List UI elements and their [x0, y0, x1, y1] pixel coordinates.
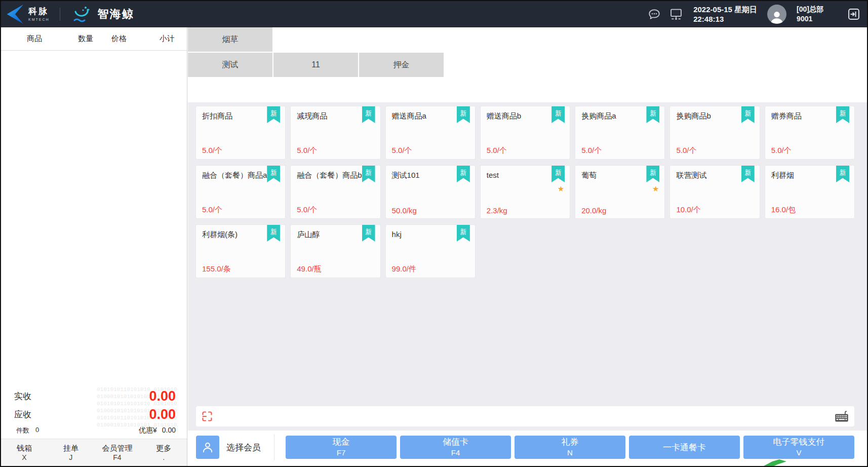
product-price: 49.0/瓶	[297, 264, 321, 274]
col-subtotal: 小计	[135, 34, 187, 44]
product-card[interactable]: 融合（套餐）商品b 新 ★ 5.0/个	[291, 166, 380, 218]
whale-logo: 智海鲸	[70, 5, 134, 23]
store-name: [00]总部	[797, 5, 823, 14]
due-value: 0.00	[149, 407, 176, 422]
logout-icon[interactable]	[847, 7, 861, 21]
tab-test[interactable]: 测试	[188, 53, 272, 77]
topbar: 科脉 KMTECH 智海鲸	[1, 1, 867, 27]
product-price: 5.0/个	[676, 146, 696, 155]
scan-bar	[196, 406, 854, 426]
product-card[interactable]: 葡萄 新 ★ 20.0/kg	[575, 166, 664, 218]
col-price: 价格	[103, 34, 135, 44]
cart-item-list[interactable]	[1, 51, 187, 385]
payment-divider	[274, 434, 274, 460]
whale-icon	[70, 5, 93, 23]
member-select-icon-button[interactable]	[196, 436, 219, 459]
cart-panel: 商品 数量 价格 小计 0101010110101010 0101010111 …	[1, 27, 187, 466]
product-price: 5.0/个	[202, 146, 222, 155]
barcode-scan-icon	[201, 410, 213, 422]
cart-totals: 0101010110101010 0101010111 010001010101…	[1, 385, 187, 439]
product-price: 5.0/个	[202, 205, 222, 215]
product-card[interactable]: 换购商品a 新 ★ 5.0/个	[575, 106, 664, 159]
avatar[interactable]	[767, 5, 786, 24]
store-info: [00]总部 9001	[797, 5, 823, 24]
col-product: 商品	[1, 34, 68, 44]
product-grid: 折扣商品 新 ★ 5.0/个 减现商品 新 ★ 5.0/个 赠送商品a 新 ★ …	[196, 106, 854, 402]
product-card[interactable]: 换购商品b 新 ★ 5.0/个	[670, 106, 759, 159]
product-price: 2.3/kg	[487, 206, 507, 215]
product-card[interactable]: 减现商品 新 ★ 5.0/个	[291, 106, 380, 159]
display-network-icon[interactable]	[669, 7, 683, 21]
product-card[interactable]: 折扣商品 新 ★ 5.0/个	[196, 106, 285, 159]
cash-payment-button[interactable]: 现金 F7	[286, 436, 397, 459]
product-price: 5.0/个	[487, 146, 507, 155]
product-card[interactable]: 融合（套餐）商品a 新 ★ 5.0/个	[196, 166, 285, 218]
category-tabs-row2: 测试 11 押金	[188, 53, 867, 77]
star-icon: ★	[558, 184, 564, 193]
paid-value: 0.00	[149, 388, 176, 404]
brand-kemai-sub: KMTECH	[28, 18, 50, 21]
product-price: 50.0/kg	[392, 206, 417, 215]
product-card[interactable]: 赠券商品 新 ★ 5.0/个	[765, 106, 854, 159]
e-wallet-payment-button[interactable]: 电子零钱支付 V	[743, 436, 854, 459]
kemai-logo-icon	[5, 5, 23, 24]
product-card[interactable]: 赠送商品a 新 ★ 5.0/个	[386, 106, 475, 159]
topbar-divider	[60, 8, 60, 21]
member-select-label[interactable]: 选择会员	[226, 442, 261, 453]
tab-tobacco[interactable]: 烟草	[188, 27, 272, 52]
stored-value-card-button[interactable]: 储值卡 F4	[400, 436, 511, 459]
col-quantity: 数量	[68, 34, 103, 44]
product-card[interactable]: 测试101 新 ★ 50.0/kg	[386, 166, 475, 218]
product-price: 10.0/个	[676, 205, 700, 215]
count-value: 0	[35, 426, 39, 435]
category-tabs-row1: 烟草	[188, 27, 867, 52]
brand-whale: 智海鲸	[98, 7, 134, 22]
product-card[interactable]: 利群烟(条) 新 ★ 155.0/条	[196, 225, 285, 278]
cash-drawer-button[interactable]: 钱箱 X	[1, 443, 48, 462]
member-management-button[interactable]: 会员管理 F4	[94, 443, 141, 462]
discount-label: 优惠¥	[139, 426, 157, 435]
product-price: 99.0/件	[392, 264, 416, 274]
keyboard-icon[interactable]	[834, 409, 849, 423]
date-text: 2022-05-15 星期日	[693, 5, 757, 14]
product-card[interactable]: 庐山醇 新 ★ 49.0/瓶	[291, 225, 380, 278]
payment-row: 选择会员 现金 F7 储值卡 F4 礼券 N 一卡通餐卡	[188, 431, 867, 466]
more-button[interactable]: 更多 .	[140, 443, 187, 462]
meal-card-button[interactable]: 一卡通餐卡	[629, 436, 740, 459]
gift-voucher-button[interactable]: 礼券 N	[515, 436, 625, 459]
product-price: 20.0/kg	[581, 206, 606, 215]
white-gap	[188, 77, 867, 102]
cart-header: 商品 数量 价格 小计	[1, 27, 187, 51]
star-icon: ★	[652, 184, 659, 193]
product-price: 5.0/个	[297, 205, 317, 215]
product-price: 155.0/条	[202, 264, 231, 274]
message-icon[interactable]	[648, 8, 661, 21]
cart-footer: 钱箱 X 挂单 J 会员管理 F4 更多 .	[1, 439, 187, 466]
brand-kemai: 科脉	[28, 7, 50, 16]
barcode-input[interactable]	[213, 406, 834, 426]
paid-label: 实收	[14, 391, 31, 402]
product-price: 5.0/个	[392, 146, 412, 155]
product-price: 5.0/个	[581, 146, 602, 155]
product-price: 5.0/个	[297, 146, 317, 155]
product-card[interactable]: 联营测试 新 ★ 10.0/个	[670, 166, 759, 218]
product-card[interactable]: 利群烟 新 ★ 16.0/包	[765, 166, 854, 218]
payment-buttons: 现金 F7 储值卡 F4 礼券 N 一卡通餐卡 电子零钱支付 V	[286, 436, 854, 459]
tab-deposit[interactable]: 押金	[359, 53, 444, 77]
product-region: 烟草 测试 11 押金 折扣商品 新 ★ 5.0/个 减现商品 新 ★ 5.0/…	[188, 27, 867, 466]
product-card[interactable]: 赠送商品b 新 ★ 5.0/个	[481, 106, 570, 159]
kemai-logo: 科脉 KMTECH	[5, 5, 50, 24]
product-card[interactable]: hkj 新 ★ 99.0/件	[386, 225, 475, 278]
datetime: 2022-05-15 星期日 22:48:13	[693, 5, 757, 24]
product-card[interactable]: test 新 ★ 2.3/kg	[481, 166, 570, 218]
product-price: 5.0/个	[771, 146, 792, 155]
due-label: 应收	[14, 409, 31, 420]
product-price: 16.0/包	[771, 205, 796, 215]
product-area: 折扣商品 新 ★ 5.0/个 减现商品 新 ★ 5.0/个 赠送商品a 新 ★ …	[188, 102, 867, 431]
terminal-id: 9001	[797, 14, 823, 24]
hold-order-button[interactable]: 挂单 J	[48, 443, 94, 462]
tab-11[interactable]: 11	[273, 53, 358, 77]
pos-window: 科脉 KMTECH 智海鲸	[0, 0, 868, 467]
discount-value: 0.00	[162, 426, 176, 435]
count-label: 件数	[16, 426, 29, 435]
